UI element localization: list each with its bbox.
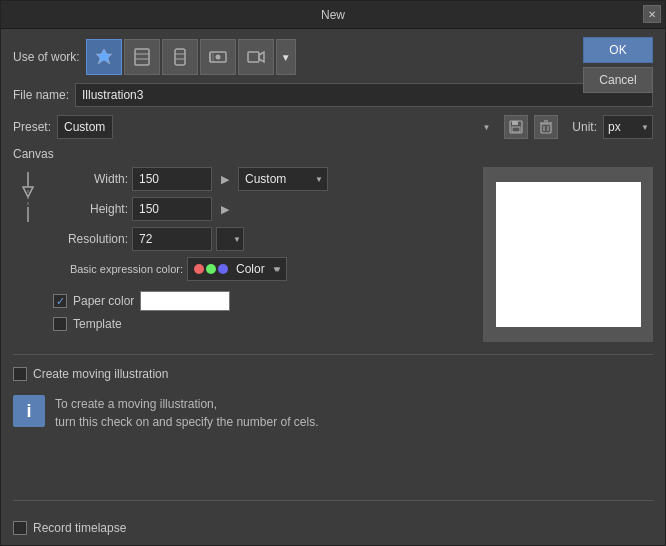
use-of-work-dropdown[interactable]: ▼ bbox=[276, 39, 296, 75]
red-circle bbox=[194, 264, 204, 274]
height-row: Height: ▶ bbox=[53, 197, 473, 221]
resolution-label: Resolution: bbox=[53, 232, 128, 246]
chain-link-icon bbox=[18, 167, 38, 227]
separator-2 bbox=[13, 500, 653, 501]
color-button[interactable]: Color ▼ bbox=[187, 257, 287, 281]
canvas-body: Width: ▶ Custom Height: ▶ bbox=[13, 167, 653, 342]
canvas-white-box bbox=[496, 182, 641, 327]
animation-icon-btn[interactable] bbox=[200, 39, 236, 75]
svg-rect-1 bbox=[135, 49, 149, 65]
height-expand-button[interactable]: ▶ bbox=[216, 200, 234, 218]
manga-icon-btn[interactable] bbox=[124, 39, 160, 75]
create-moving-row: Create moving illustration bbox=[13, 367, 653, 381]
preset-select[interactable]: Custom bbox=[57, 115, 113, 139]
canvas-controls: Width: ▶ Custom Height: ▶ bbox=[53, 167, 473, 342]
svg-rect-4 bbox=[175, 49, 185, 65]
green-circle bbox=[206, 264, 216, 274]
create-moving-checkbox[interactable] bbox=[13, 367, 27, 381]
record-timelapse-checkbox[interactable] bbox=[13, 521, 27, 535]
info-line1: To create a moving illustration, bbox=[55, 395, 318, 413]
width-preset-wrapper: Custom bbox=[238, 167, 328, 191]
cancel-button[interactable]: Cancel bbox=[583, 67, 653, 93]
icon-bar: ▼ bbox=[86, 39, 296, 75]
paper-color-row: Paper color bbox=[53, 291, 473, 311]
preset-label: Preset: bbox=[13, 120, 51, 134]
svg-marker-0 bbox=[96, 49, 112, 64]
blue-circle bbox=[218, 264, 228, 274]
width-expand-button[interactable]: ▶ bbox=[216, 170, 234, 188]
record-timelapse-row: Record timelapse bbox=[13, 513, 653, 535]
width-preset-select[interactable]: Custom bbox=[238, 167, 328, 191]
title-bar: New ✕ bbox=[1, 1, 665, 29]
file-name-row: File name: bbox=[13, 83, 653, 107]
width-row: Width: ▶ Custom bbox=[53, 167, 473, 191]
create-moving-label: Create moving illustration bbox=[33, 367, 168, 381]
paper-color-checkbox[interactable] bbox=[53, 294, 67, 308]
resolution-select-wrapper bbox=[216, 227, 244, 251]
dropdown-chevron-icon: ▼ bbox=[281, 52, 291, 63]
basic-expr-color-label: Basic expression color: bbox=[53, 263, 183, 275]
color-dropdown-wrapper: Color ▼ bbox=[187, 257, 287, 281]
svg-rect-11 bbox=[248, 52, 259, 62]
width-label: Width: bbox=[53, 172, 128, 186]
record-timelapse-label: Record timelapse bbox=[33, 521, 126, 535]
canvas-label: Canvas bbox=[13, 147, 653, 161]
info-line2: turn this check on and specify the numbe… bbox=[55, 413, 318, 431]
color-dropdown-arrow: ▼ bbox=[272, 265, 280, 274]
preset-delete-button[interactable] bbox=[534, 115, 558, 139]
paper-color-label: Paper color bbox=[73, 294, 134, 308]
preset-select-wrapper: Custom bbox=[57, 115, 498, 139]
info-section: i To create a moving illustration, turn … bbox=[13, 389, 653, 437]
width-input[interactable] bbox=[132, 167, 212, 191]
unit-select-wrapper: px mm cm in bbox=[603, 115, 653, 139]
svg-rect-14 bbox=[512, 121, 518, 125]
manga-icon bbox=[132, 47, 152, 67]
height-input[interactable] bbox=[132, 197, 212, 221]
resolution-select[interactable] bbox=[216, 227, 244, 251]
height-label: Height: bbox=[53, 202, 128, 216]
svg-rect-15 bbox=[512, 127, 520, 132]
canvas-preview bbox=[483, 167, 653, 342]
paper-color-preview[interactable] bbox=[140, 291, 230, 311]
webtoon-icon-btn[interactable] bbox=[162, 39, 198, 75]
preset-save-button[interactable] bbox=[504, 115, 528, 139]
webtoon-icon bbox=[170, 47, 190, 67]
unit-select[interactable]: px mm cm in bbox=[603, 115, 653, 139]
info-text: To create a moving illustration, turn th… bbox=[55, 395, 318, 431]
color-label: Color bbox=[236, 262, 265, 276]
preset-row: Preset: Custom bbox=[13, 115, 653, 139]
use-of-work-label: Use of work: bbox=[13, 50, 80, 64]
dialog-content: Use of work: bbox=[1, 29, 665, 545]
info-icon: i bbox=[13, 395, 45, 427]
use-of-work-row: Use of work: bbox=[13, 39, 653, 75]
template-label: Template bbox=[73, 317, 122, 331]
link-dimensions-icon[interactable] bbox=[13, 167, 43, 227]
file-name-label: File name: bbox=[13, 88, 69, 102]
resolution-input[interactable] bbox=[132, 227, 212, 251]
new-dialog: New ✕ OK Cancel Use of work: bbox=[0, 0, 666, 546]
video-icon bbox=[246, 47, 266, 67]
dialog-title: New bbox=[321, 8, 345, 22]
video-icon-btn[interactable] bbox=[238, 39, 274, 75]
action-buttons: OK Cancel bbox=[583, 37, 653, 93]
svg-rect-16 bbox=[541, 124, 551, 133]
template-checkbox[interactable] bbox=[53, 317, 67, 331]
delete-icon bbox=[539, 120, 553, 134]
unit-label: Unit: bbox=[572, 120, 597, 134]
template-row: Template bbox=[53, 317, 473, 331]
spacer bbox=[13, 445, 653, 488]
color-row: Basic expression color: Color ▼ bbox=[53, 257, 473, 281]
save-icon bbox=[509, 120, 523, 134]
animation-settings-icon bbox=[208, 47, 228, 67]
file-name-input[interactable] bbox=[75, 83, 653, 107]
color-circles bbox=[194, 264, 228, 274]
resolution-row: Resolution: bbox=[53, 227, 473, 251]
svg-point-8 bbox=[215, 55, 220, 60]
close-button[interactable]: ✕ bbox=[643, 5, 661, 23]
illustration-icon bbox=[94, 47, 114, 67]
separator-1 bbox=[13, 354, 653, 355]
illustration-icon-btn[interactable] bbox=[86, 39, 122, 75]
canvas-section: Canvas Width: ▶ bbox=[13, 147, 653, 342]
ok-button[interactable]: OK bbox=[583, 37, 653, 63]
